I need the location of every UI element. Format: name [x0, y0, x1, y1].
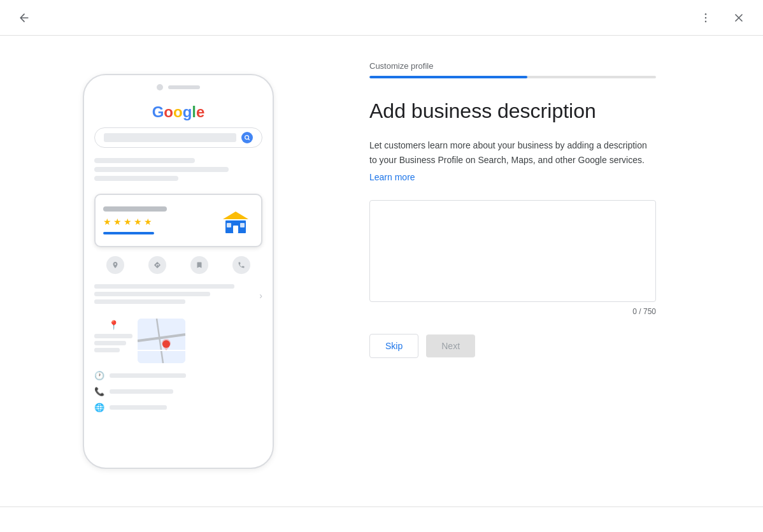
action-icon-directions [148, 256, 166, 274]
top-bar-right [694, 6, 750, 29]
map-info-lines [94, 334, 132, 356]
top-bar [0, 0, 763, 36]
logo-e: e [196, 103, 204, 121]
map-section: 📍 [84, 319, 273, 368]
phone-camera [157, 84, 163, 90]
globe-icon: 🌐 [94, 403, 104, 412]
logo-g2: g [183, 103, 192, 121]
logo-o2: o [173, 103, 183, 121]
search-icon [241, 132, 253, 143]
action-icon-call [232, 256, 250, 274]
map-line [94, 341, 126, 345]
business-info: ★ ★ ★ ★ ★ [103, 206, 218, 234]
textarea-wrapper: 0 / 750 [369, 200, 656, 334]
logo-l: l [192, 103, 196, 121]
learn-more-link[interactable]: Learn more [369, 172, 738, 182]
search-results-placeholder [84, 153, 273, 190]
phone-notch [84, 75, 273, 96]
action-icons-row [84, 251, 273, 279]
stars-row: ★ ★ ★ ★ ★ [103, 217, 218, 227]
content-line [94, 292, 210, 296]
description-text: Let customers learn more about your busi… [369, 138, 656, 167]
search-bar-input-placeholder [104, 133, 236, 142]
top-bar-left [13, 6, 36, 29]
phone-mockup: G o o g l e [83, 74, 274, 469]
info-row-phone: 📞 [94, 387, 262, 396]
info-row-website: 🌐 [94, 403, 262, 412]
clock-icon: 🕐 [94, 371, 104, 380]
content-lines-1 [94, 284, 259, 307]
logo-g: G [152, 103, 164, 121]
info-line [110, 373, 186, 378]
search-bar [94, 127, 262, 148]
svg-point-3 [245, 135, 249, 139]
business-card: ★ ★ ★ ★ ★ [94, 194, 262, 247]
content-list: › [84, 279, 273, 319]
star-5: ★ [144, 217, 152, 227]
chevron-right-icon: › [259, 291, 262, 301]
star-4: ★ [134, 217, 142, 227]
left-panel: G o o g l e [25, 48, 331, 494]
map-pin-icon: 📍 [108, 320, 119, 330]
action-icon-location [106, 256, 124, 274]
svg-rect-6 [227, 223, 231, 227]
more-options-button[interactable] [694, 6, 717, 29]
back-button[interactable] [13, 6, 36, 29]
progress-fill [369, 76, 527, 78]
star-3: ★ [124, 217, 132, 227]
map-line [94, 348, 120, 352]
phone-speaker [168, 85, 200, 89]
svg-rect-7 [240, 223, 245, 227]
content-line [94, 284, 234, 289]
store-icon [220, 205, 251, 236]
bottom-bar [0, 507, 763, 532]
content-line [94, 299, 185, 304]
char-count: 0 / 750 [369, 307, 656, 316]
progress-track [369, 76, 656, 78]
placeholder-line [94, 158, 195, 163]
next-button[interactable]: Next [426, 334, 475, 357]
map-line [94, 334, 132, 338]
placeholder-line [94, 167, 229, 172]
google-logo: G o o g l e [94, 103, 262, 121]
svg-point-2 [705, 20, 707, 22]
progress-label: Customize profile [369, 61, 738, 71]
phone-screen: G o o g l e [84, 96, 273, 457]
logo-o1: o [164, 103, 173, 121]
map-icon-col: 📍 [94, 319, 132, 356]
store-icon-container [218, 203, 253, 238]
action-icon-save [190, 256, 208, 274]
business-name-placeholder [103, 206, 167, 212]
button-row: Skip Next [369, 334, 738, 358]
card-progress-bar [103, 232, 154, 234]
description-textarea[interactable] [369, 200, 656, 302]
page-title: Add business description [369, 99, 738, 123]
svg-rect-5 [233, 226, 238, 233]
right-panel: Customize profile Add business descripti… [369, 48, 738, 494]
info-line [110, 405, 167, 410]
placeholder-line [94, 176, 178, 181]
map-thumbnail [138, 319, 185, 363]
google-search-area: G o o g l e [84, 96, 273, 153]
svg-point-1 [705, 17, 707, 18]
star-2: ★ [113, 217, 122, 227]
star-1: ★ [103, 217, 111, 227]
progress-section: Customize profile [369, 61, 738, 78]
skip-button[interactable]: Skip [369, 334, 418, 358]
phone-icon: 📞 [94, 387, 104, 396]
info-row-hours: 🕐 [94, 371, 262, 380]
info-line [110, 389, 173, 394]
content-row-1: › [94, 284, 262, 307]
main-content: G o o g l e [0, 36, 763, 507]
info-rows: 🕐 📞 🌐 [84, 368, 273, 421]
svg-point-0 [705, 13, 707, 15]
close-button[interactable] [727, 6, 750, 29]
